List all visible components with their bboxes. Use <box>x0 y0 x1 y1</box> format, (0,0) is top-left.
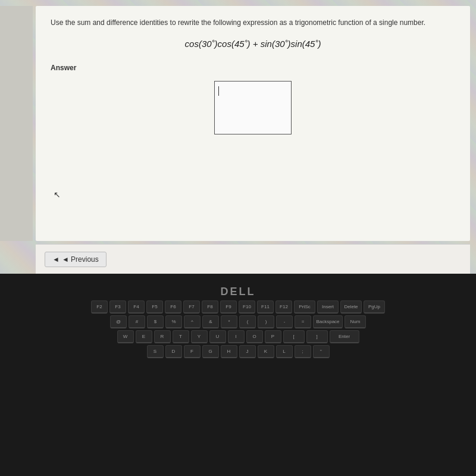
key-prtscr[interactable]: PrtSc <box>294 300 315 314</box>
key-hash[interactable]: # <box>129 315 145 328</box>
key-minus[interactable]: - <box>276 315 293 328</box>
key-e[interactable]: E <box>136 330 152 343</box>
mouse-cursor-indicator: ↖ <box>54 190 61 199</box>
key-rbracket[interactable]: ] <box>306 330 328 343</box>
math-expression: cos(30˚)cos(45˚) + sin(30˚)sin(45˚) <box>51 39 455 49</box>
bottom-navigation-bar: ◄ ◄ Previous <box>36 244 470 274</box>
keyboard-row-qwerty: W E R T Y U I O P [ ] Enter <box>12 330 464 343</box>
key-p[interactable]: P <box>265 330 281 343</box>
key-f7[interactable]: F7 <box>183 300 200 314</box>
key-ampersand[interactable]: & <box>202 315 219 328</box>
key-t[interactable]: T <box>173 330 189 343</box>
key-y[interactable]: Y <box>191 330 208 343</box>
key-lbracket[interactable]: [ <box>283 330 305 343</box>
key-insert[interactable]: Insert <box>317 300 339 314</box>
answer-input-box[interactable] <box>214 81 292 134</box>
key-f11[interactable]: F11 <box>257 300 274 314</box>
key-f8[interactable]: F8 <box>202 300 218 314</box>
question-instruction: Use the sum and difference identities to… <box>51 18 455 28</box>
key-equals[interactable]: = <box>295 315 311 328</box>
key-s[interactable]: S <box>147 345 164 358</box>
key-backspace[interactable]: Backspace <box>313 315 343 328</box>
content-card: Use the sum and difference identities to… <box>36 6 470 241</box>
key-d[interactable]: D <box>165 345 182 358</box>
key-o[interactable]: O <box>246 330 263 343</box>
key-f2[interactable]: F2 <box>91 300 108 314</box>
key-pgup[interactable]: PgUp <box>364 300 385 314</box>
key-u[interactable]: U <box>209 330 226 343</box>
key-w[interactable]: W <box>117 330 134 343</box>
key-f5[interactable]: F5 <box>146 300 163 314</box>
previous-arrow-icon: ◄ <box>52 255 60 264</box>
key-f10[interactable]: F10 <box>239 300 255 314</box>
laptop-screen: Use the sum and difference identities to… <box>0 0 476 274</box>
key-f4[interactable]: F4 <box>128 300 145 314</box>
key-f3[interactable]: F3 <box>109 300 126 314</box>
key-dollar[interactable]: $ <box>147 315 164 328</box>
previous-button[interactable]: ◄ ◄ Previous <box>45 252 107 267</box>
key-l[interactable]: L <box>276 345 293 358</box>
key-h[interactable]: H <box>221 345 237 358</box>
key-rparen[interactable]: ) <box>258 315 274 328</box>
key-f12[interactable]: F12 <box>275 300 292 314</box>
key-asterisk[interactable]: * <box>221 315 237 328</box>
key-f6[interactable]: F6 <box>165 300 181 314</box>
key-delete[interactable]: Delete <box>340 300 362 314</box>
keyboard-area: F2 F3 F4 F5 F6 F7 F8 F9 F10 F11 F12 PrtS… <box>0 298 476 476</box>
key-j[interactable]: J <box>239 345 256 358</box>
key-f[interactable]: F <box>184 345 201 358</box>
key-lparen[interactable]: ( <box>239 315 256 328</box>
keyboard-row-numbers: @ # $ % ^ & * ( ) - = Backspace Num <box>12 315 464 328</box>
key-r[interactable]: R <box>154 330 171 343</box>
key-enter[interactable]: Enter <box>330 330 359 343</box>
dell-logo: DELL <box>221 286 256 298</box>
text-cursor <box>218 86 219 96</box>
key-semicolon[interactable]: ; <box>295 345 311 358</box>
key-numlock[interactable]: Num <box>345 315 366 328</box>
key-caret[interactable]: ^ <box>184 315 201 328</box>
key-quote[interactable]: " <box>313 345 330 358</box>
key-k[interactable]: K <box>258 345 274 358</box>
previous-button-label: ◄ Previous <box>62 255 99 264</box>
key-at[interactable]: @ <box>110 315 127 328</box>
answer-area <box>51 81 455 134</box>
key-i[interactable]: I <box>228 330 245 343</box>
key-g[interactable]: G <box>202 345 219 358</box>
sidebar-strip <box>0 6 33 241</box>
keyboard-row-function: F2 F3 F4 F5 F6 F7 F8 F9 F10 F11 F12 PrtS… <box>12 300 464 314</box>
answer-label: Answer <box>51 64 455 72</box>
key-f9[interactable]: F9 <box>220 300 237 314</box>
keyboard-row-home: S D F G H J K L ; " <box>12 345 464 358</box>
key-percent[interactable]: % <box>165 315 182 328</box>
